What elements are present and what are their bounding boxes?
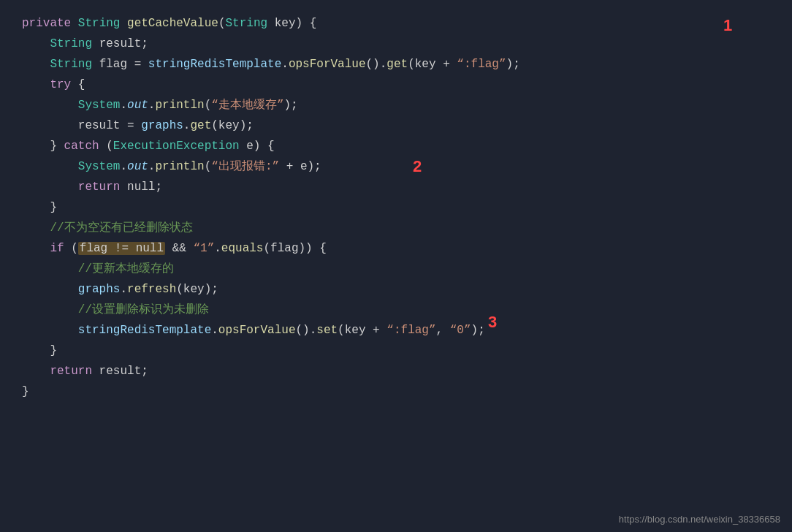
code-line-19: } [22,381,777,402]
code-line-10: } [22,197,777,218]
code-line-9: return null; [22,177,777,197]
code-line-17: } [22,341,777,361]
code-line-6: result = graphs.get(key); [22,115,777,136]
footer-url: https://blog.csdn.net/weixin_38336658 [619,514,780,525]
code-line-4: try { [22,75,777,95]
code-line-8: System.out.println(“出现报错:” + e); [22,156,777,177]
code-line-5: System.out.println(“走本地缓存”); [22,95,777,115]
code-line-2: String result; [22,34,777,54]
code-block: private String getCacheValue(String key)… [0,0,792,415]
code-line-16: stringRedisTemplate.opsForValue().set(ke… [22,320,777,341]
code-line-7: } catch (ExecutionException e) { [22,136,777,156]
code-line-3: String flag = stringRedisTemplate.opsFor… [22,54,777,75]
badge-3: 3 [488,313,497,332]
code-line-11: //不为空还有已经删除状态 [22,218,777,238]
code-line-18: return result; [22,361,777,381]
code-line-13: //更新本地缓存的 [22,259,777,279]
code-line-14: graphs.refresh(key); [22,279,777,300]
code-line-12: if (flag != null && “1”.equals(flag)) { [22,238,777,259]
badge-1: 1 [723,16,732,35]
code-line-1: private String getCacheValue(String key)… [22,13,777,34]
badge-2: 2 [413,157,422,176]
code-line-15: //设置删除标识为未删除 [22,300,777,320]
